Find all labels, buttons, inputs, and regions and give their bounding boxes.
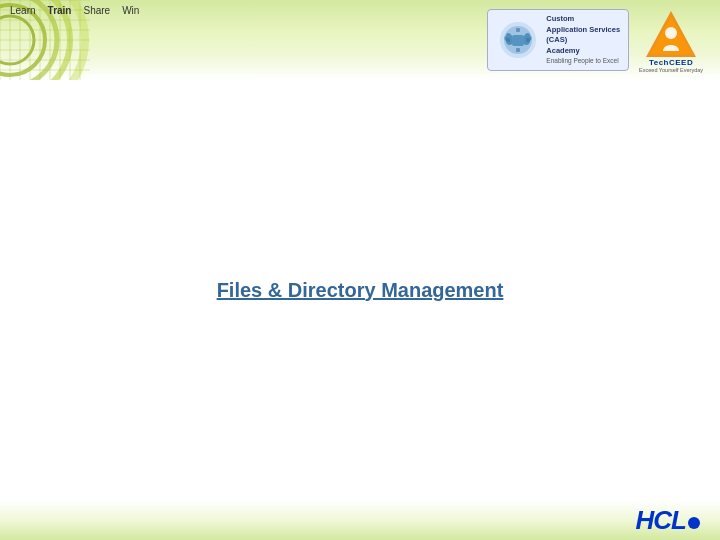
svg-rect-27 (506, 38, 510, 42)
techceed-tagline: Exceed Yourself Everyday (639, 67, 703, 73)
header-logos: Custom Application Services (CAS) Academ… (487, 5, 705, 75)
techceed-text: TechCEED (649, 58, 693, 67)
header: Learn Train Share Win (0, 0, 720, 80)
svg-rect-26 (516, 48, 520, 52)
page-title: Files & Directory Management (217, 279, 504, 302)
svg-rect-25 (516, 28, 520, 32)
svg-rect-24 (512, 35, 524, 46)
main-content: Files & Directory Management (0, 80, 720, 500)
nav-menu: Learn Train Share Win (10, 5, 139, 16)
hcl-logo: HCL (636, 505, 700, 536)
footer: HCL (0, 500, 720, 540)
hcl-dot (688, 517, 700, 529)
cas-logo: Custom Application Services (CAS) Academ… (487, 9, 629, 70)
nav-win[interactable]: Win (122, 5, 139, 16)
cas-icon (496, 18, 540, 62)
nav-learn[interactable]: Learn (10, 5, 36, 16)
svg-point-31 (665, 27, 677, 39)
svg-rect-28 (526, 38, 530, 42)
nav-share[interactable]: Share (83, 5, 110, 16)
nav-train[interactable]: Train (48, 5, 72, 16)
cas-text: Custom Application Services (CAS) Academ… (546, 14, 620, 65)
hcl-text: HCL (636, 505, 686, 536)
techceed-logo: TechCEED Exceed Yourself Everyday (637, 5, 705, 75)
